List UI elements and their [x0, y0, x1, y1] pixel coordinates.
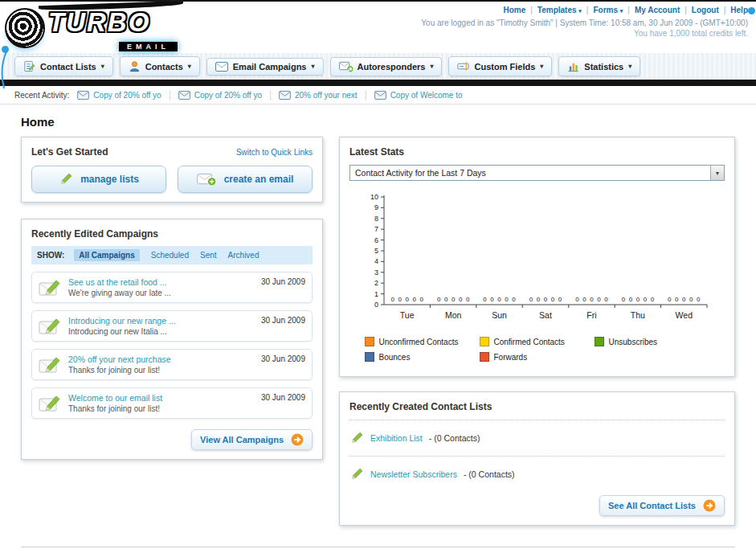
campaign-item[interactable]: Introducing our new range ... Introducin…: [31, 310, 313, 342]
campaign-text: Introducing our new range ... Introducin…: [68, 316, 254, 336]
campaign-item[interactable]: See us at the retail food ... We're givi…: [31, 272, 313, 303]
svg-text:0: 0: [374, 301, 378, 309]
envelope-icon: [178, 91, 190, 100]
annotation-dot: [748, 7, 755, 14]
legend-label: Forwards: [494, 353, 528, 362]
recent-activity-item: Copy of Welcome to: [366, 91, 471, 100]
envelope-plus-icon: [197, 173, 217, 186]
contact-list-link[interactable]: Exhibition List: [370, 433, 423, 443]
nav-tab-statistics[interactable]: Statistics ▾: [558, 56, 640, 76]
campaign-date: 30 Jun 2009: [261, 316, 305, 325]
nav-tab-label: Statistics: [584, 62, 623, 72]
campaign-date: 30 Jun 2009: [261, 354, 305, 363]
top-link-home[interactable]: Home: [503, 6, 525, 14]
campaign-item[interactable]: Welcome to our email list Thanks for joi…: [31, 387, 313, 419]
svg-text:0: 0: [398, 296, 402, 303]
filter-tab-scheduled[interactable]: Scheduled: [151, 251, 189, 260]
svg-text:Fri: Fri: [586, 310, 596, 320]
svg-text:0: 0: [412, 296, 416, 303]
separator: |: [627, 6, 630, 14]
legend-label: Confirmed Contacts: [494, 338, 565, 346]
nav-tab-contacts[interactable]: Contacts ▾: [120, 56, 200, 76]
create-email-button[interactable]: create an email: [178, 166, 313, 193]
svg-text:5: 5: [374, 247, 378, 255]
recent-activity-item: Copy of 20% off yo: [170, 91, 270, 100]
campaign-text: Welcome to our email list Thanks for joi…: [68, 393, 254, 413]
legend-swatch: [480, 337, 489, 346]
svg-text:0: 0: [443, 296, 447, 303]
stats-period-select[interactable]: Contact Activity for the Last 7 Days ▼: [349, 165, 725, 181]
top-link-logout[interactable]: Logout: [692, 6, 719, 14]
top-link-forms[interactable]: Forms ▾: [593, 6, 623, 14]
contacts-icon: [129, 60, 141, 72]
contact-list-item[interactable]: Newsletter Subscribers - (0 Contacts): [349, 464, 725, 485]
nav-tab-label: Contacts: [145, 62, 183, 72]
svg-text:0: 0: [550, 296, 554, 303]
pencil-icon: [349, 431, 364, 445]
campaign-title-link[interactable]: Welcome to our email list: [68, 393, 254, 403]
campaign-item[interactable]: 20% off your next purchase Thanks for jo…: [31, 349, 313, 380]
recent-activity-link[interactable]: 20% off your next: [295, 91, 358, 100]
svg-text:8: 8: [374, 215, 378, 223]
app-logo: TURBO EMAIL: [5, 4, 178, 52]
chevron-down-icon: ▾: [430, 63, 433, 70]
legend-item: Unsubscribes: [595, 337, 709, 346]
email-campaigns-icon: [215, 62, 228, 72]
nav-tab-email-campaigns[interactable]: Email Campaigns ▾: [206, 58, 324, 76]
svg-text:0: 0: [483, 296, 487, 303]
svg-text:0: 0: [536, 296, 540, 303]
latest-stats-title: Latest Stats: [349, 146, 725, 158]
see-all-contact-lists-button[interactable]: See All Contact Lists: [599, 495, 725, 516]
nav-tab-label: Autoresponders: [358, 62, 426, 72]
stats-period-value: Contact Activity for the Last 7 Days: [355, 168, 486, 178]
create-email-label: create an email: [224, 174, 294, 185]
pencil-icon: [349, 467, 364, 481]
credits-info: You have 1,000 total credits left.: [421, 29, 748, 38]
nav-tab-contact-lists[interactable]: Contact Lists ▾: [14, 56, 113, 76]
legend-label: Bounces: [379, 353, 411, 362]
filter-tab-archived[interactable]: Archived: [228, 251, 259, 260]
contact-list-item[interactable]: Exhibition List - (0 Contacts): [349, 428, 725, 449]
legend-label: Unconfirmed Contacts: [379, 338, 459, 346]
campaign-title-link[interactable]: 20% off your next purchase: [68, 354, 254, 364]
legend-swatch: [595, 337, 604, 346]
svg-text:0: 0: [682, 296, 686, 303]
contact-list-detail: - (0 Contacts): [464, 469, 515, 479]
manage-lists-button[interactable]: manage lists: [31, 166, 166, 193]
contact-list-link[interactable]: Newsletter Subscribers: [370, 469, 457, 479]
filter-tab-all-campaigns[interactable]: All Campaigns: [74, 249, 139, 261]
nav-tab-label: Contact Lists: [40, 62, 96, 72]
svg-text:0: 0: [543, 296, 547, 303]
switch-quick-links-link[interactable]: Switch to Quick Links: [236, 148, 313, 157]
recent-activity-link[interactable]: Copy of 20% off yo: [194, 91, 262, 100]
legend-item: Confirmed Contacts: [480, 337, 595, 346]
nav-tab-custom-fields[interactable]: Custom Fields ▾: [448, 56, 552, 76]
recent-activity-link[interactable]: Copy of Welcome to: [390, 91, 463, 100]
top-link-templates[interactable]: Templates ▾: [537, 6, 582, 14]
separator: |: [586, 6, 589, 14]
see-all-contact-lists-label: See All Contact Lists: [608, 501, 696, 510]
dotted-divider: [349, 420, 725, 420]
campaign-date: 30 Jun 2009: [261, 277, 305, 286]
campaign-subtitle: Thanks for joining our list!: [68, 366, 254, 375]
legend-swatch: [365, 352, 374, 362]
separator: |: [530, 6, 533, 14]
svg-text:0: 0: [597, 296, 601, 303]
nav-tab-autoresponders[interactable]: Autoresponders ▾: [330, 57, 443, 76]
get-started-panel: Let's Get Started Switch to Quick Links …: [21, 137, 323, 203]
top-link-help[interactable]: Help: [730, 6, 748, 14]
chart-legend: Unconfirmed Contacts Confirmed Contacts …: [365, 337, 710, 367]
campaign-title-link[interactable]: Introducing our new range ...: [68, 316, 254, 326]
view-all-campaigns-button[interactable]: View All Campaigns: [191, 429, 313, 450]
svg-text:0: 0: [689, 296, 693, 303]
top-link-my-account[interactable]: My Account: [635, 6, 680, 14]
filter-tab-sent[interactable]: Sent: [200, 251, 217, 260]
svg-text:0: 0: [490, 296, 494, 303]
main-content: Home Let's Get Started Switch to Quick L…: [0, 115, 756, 547]
separator: |: [684, 6, 687, 14]
recent-activity-link[interactable]: Copy of 20% off yo: [93, 91, 161, 100]
logo-title: TURBO: [48, 7, 178, 38]
legend-item: Bounces: [365, 352, 480, 362]
svg-text:10: 10: [370, 193, 378, 201]
campaign-title-link[interactable]: See us at the retail food ...: [68, 277, 254, 287]
